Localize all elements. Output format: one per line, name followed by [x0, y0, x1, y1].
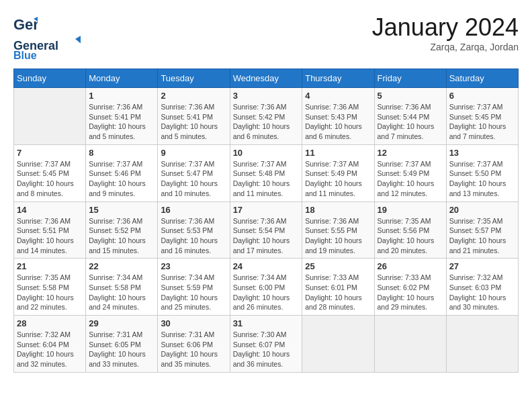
month-title: January 2024: [372, 13, 519, 42]
day-info: Sunrise: 7:35 AMSunset: 5:58 PMDaylight:…: [17, 273, 83, 312]
calendar-cell: 2Sunrise: 7:36 AMSunset: 5:41 PMDaylight…: [158, 88, 230, 145]
weekday-header-cell: Monday: [86, 69, 158, 88]
calendar-week-row: 14Sunrise: 7:36 AMSunset: 5:51 PMDayligh…: [14, 201, 519, 259]
day-number: 1: [89, 91, 154, 101]
calendar-cell: 11Sunrise: 7:37 AMSunset: 5:49 PMDayligh…: [302, 144, 374, 201]
day-number: 21: [17, 261, 83, 271]
day-info: Sunrise: 7:31 AMSunset: 6:06 PMDaylight:…: [161, 330, 226, 369]
day-number: 27: [449, 261, 515, 271]
day-info: Sunrise: 7:36 AMSunset: 5:41 PMDaylight:…: [89, 102, 154, 142]
weekday-header-row: SundayMondayTuesdayWednesdayThursdayFrid…: [14, 69, 519, 88]
calendar-cell: [446, 316, 518, 373]
day-info: Sunrise: 7:34 AMSunset: 6:00 PMDaylight:…: [233, 273, 300, 312]
day-info: Sunrise: 7:36 AMSunset: 5:52 PMDaylight:…: [89, 216, 154, 256]
weekday-header-cell: Saturday: [446, 69, 518, 88]
day-info: Sunrise: 7:37 AMSunset: 5:50 PMDaylight:…: [449, 159, 515, 199]
calendar-cell: 31Sunrise: 7:30 AMSunset: 6:07 PMDayligh…: [230, 316, 302, 373]
day-info: Sunrise: 7:32 AMSunset: 6:04 PMDaylight:…: [17, 330, 83, 369]
day-number: 9: [161, 148, 226, 158]
day-info: Sunrise: 7:37 AMSunset: 5:46 PMDaylight:…: [89, 159, 154, 199]
day-number: 18: [305, 205, 371, 215]
svg-text:Blue: Blue: [13, 50, 37, 61]
calendar-cell: 15Sunrise: 7:36 AMSunset: 5:52 PMDayligh…: [86, 201, 158, 259]
day-info: Sunrise: 7:37 AMSunset: 5:45 PMDaylight:…: [17, 159, 83, 199]
day-number: 12: [378, 148, 443, 158]
calendar-cell: 5Sunrise: 7:36 AMSunset: 5:44 PMDaylight…: [374, 88, 446, 145]
day-number: 22: [89, 261, 154, 271]
calendar-cell: 6Sunrise: 7:37 AMSunset: 5:45 PMDaylight…: [446, 88, 518, 145]
day-info: Sunrise: 7:36 AMSunset: 5:53 PMDaylight:…: [161, 216, 226, 256]
day-number: 14: [17, 205, 83, 215]
weekday-header-cell: Wednesday: [230, 69, 302, 88]
day-info: Sunrise: 7:32 AMSunset: 6:03 PMDaylight:…: [449, 273, 515, 312]
calendar-week-row: 21Sunrise: 7:35 AMSunset: 5:58 PMDayligh…: [14, 259, 519, 316]
day-number: 23: [161, 261, 226, 271]
day-info: Sunrise: 7:35 AMSunset: 5:57 PMDaylight:…: [449, 216, 515, 256]
day-number: 28: [17, 318, 83, 328]
page-header: General General Blue January 2024 Zarqa,…: [13, 13, 519, 62]
calendar-cell: [302, 316, 374, 373]
weekday-header-cell: Thursday: [302, 69, 374, 88]
calendar-cell: 26Sunrise: 7:33 AMSunset: 6:02 PMDayligh…: [374, 259, 446, 316]
day-info: Sunrise: 7:37 AMSunset: 5:45 PMDaylight:…: [449, 102, 515, 142]
calendar-cell: 18Sunrise: 7:36 AMSunset: 5:55 PMDayligh…: [302, 201, 374, 259]
calendar-cell: 24Sunrise: 7:34 AMSunset: 6:00 PMDayligh…: [230, 259, 302, 316]
calendar-cell: 17Sunrise: 7:36 AMSunset: 5:54 PMDayligh…: [230, 201, 302, 259]
calendar-cell: 3Sunrise: 7:36 AMSunset: 5:42 PMDaylight…: [230, 88, 302, 145]
location: Zarqa, Zarqa, Jordan: [372, 42, 519, 52]
calendar-cell: 28Sunrise: 7:32 AMSunset: 6:04 PMDayligh…: [14, 316, 86, 373]
calendar-cell: [374, 316, 446, 373]
day-info: Sunrise: 7:36 AMSunset: 5:42 PMDaylight:…: [233, 102, 300, 142]
weekday-header-cell: Tuesday: [158, 69, 230, 88]
calendar-cell: 13Sunrise: 7:37 AMSunset: 5:50 PMDayligh…: [446, 144, 518, 201]
day-number: 11: [305, 148, 371, 158]
calendar-cell: 29Sunrise: 7:31 AMSunset: 6:05 PMDayligh…: [86, 316, 158, 373]
calendar-cell: 30Sunrise: 7:31 AMSunset: 6:06 PMDayligh…: [158, 316, 230, 373]
calendar-table: SundayMondayTuesdayWednesdayThursdayFrid…: [13, 68, 519, 373]
calendar-cell: 23Sunrise: 7:34 AMSunset: 5:59 PMDayligh…: [158, 259, 230, 316]
day-info: Sunrise: 7:37 AMSunset: 5:49 PMDaylight:…: [305, 159, 371, 199]
day-info: Sunrise: 7:36 AMSunset: 5:54 PMDaylight:…: [233, 216, 300, 256]
day-info: Sunrise: 7:36 AMSunset: 5:41 PMDaylight:…: [161, 102, 226, 142]
day-info: Sunrise: 7:34 AMSunset: 5:58 PMDaylight:…: [89, 273, 154, 312]
day-number: 8: [89, 148, 154, 158]
calendar-cell: 16Sunrise: 7:36 AMSunset: 5:53 PMDayligh…: [158, 201, 230, 259]
calendar-cell: 7Sunrise: 7:37 AMSunset: 5:45 PMDaylight…: [14, 144, 86, 201]
day-number: 3: [233, 91, 300, 101]
calendar-cell: 1Sunrise: 7:36 AMSunset: 5:41 PMDaylight…: [86, 88, 158, 145]
day-number: 2: [161, 91, 226, 101]
day-number: 5: [378, 91, 443, 101]
logo: General General Blue: [13, 13, 81, 62]
day-number: 10: [233, 148, 300, 158]
day-info: Sunrise: 7:36 AMSunset: 5:44 PMDaylight:…: [378, 102, 443, 142]
day-info: Sunrise: 7:36 AMSunset: 5:43 PMDaylight:…: [305, 102, 371, 142]
day-info: Sunrise: 7:36 AMSunset: 5:55 PMDaylight:…: [305, 216, 371, 256]
day-info: Sunrise: 7:31 AMSunset: 6:05 PMDaylight:…: [89, 330, 154, 369]
day-info: Sunrise: 7:37 AMSunset: 5:49 PMDaylight:…: [378, 159, 443, 199]
calendar-cell: 14Sunrise: 7:36 AMSunset: 5:51 PMDayligh…: [14, 201, 86, 259]
day-info: Sunrise: 7:35 AMSunset: 5:56 PMDaylight:…: [378, 216, 443, 256]
day-number: 25: [305, 261, 371, 271]
day-number: 13: [449, 148, 515, 158]
day-number: 7: [17, 148, 83, 158]
svg-marker-3: [75, 35, 81, 44]
title-block: January 2024 Zarqa, Zarqa, Jordan: [372, 13, 519, 52]
day-info: Sunrise: 7:34 AMSunset: 5:59 PMDaylight:…: [161, 273, 226, 312]
calendar-cell: 27Sunrise: 7:32 AMSunset: 6:03 PMDayligh…: [446, 259, 518, 316]
day-number: 19: [378, 205, 443, 215]
calendar-cell: 10Sunrise: 7:37 AMSunset: 5:48 PMDayligh…: [230, 144, 302, 201]
day-number: 16: [161, 205, 226, 215]
calendar-cell: 22Sunrise: 7:34 AMSunset: 5:58 PMDayligh…: [86, 259, 158, 316]
day-number: 20: [449, 205, 515, 215]
day-info: Sunrise: 7:30 AMSunset: 6:07 PMDaylight:…: [233, 330, 300, 369]
calendar-cell: 19Sunrise: 7:35 AMSunset: 5:56 PMDayligh…: [374, 201, 446, 259]
weekday-header-cell: Sunday: [14, 69, 86, 88]
calendar-cell: 21Sunrise: 7:35 AMSunset: 5:58 PMDayligh…: [14, 259, 86, 316]
calendar-cell: [14, 88, 86, 145]
day-info: Sunrise: 7:36 AMSunset: 5:51 PMDaylight:…: [17, 216, 83, 256]
day-number: 31: [233, 318, 300, 328]
calendar-body: 1Sunrise: 7:36 AMSunset: 5:41 PMDaylight…: [14, 88, 519, 373]
calendar-week-row: 1Sunrise: 7:36 AMSunset: 5:41 PMDaylight…: [14, 88, 519, 145]
calendar-week-row: 7Sunrise: 7:37 AMSunset: 5:45 PMDaylight…: [14, 144, 519, 201]
day-info: Sunrise: 7:33 AMSunset: 6:01 PMDaylight:…: [305, 273, 371, 312]
